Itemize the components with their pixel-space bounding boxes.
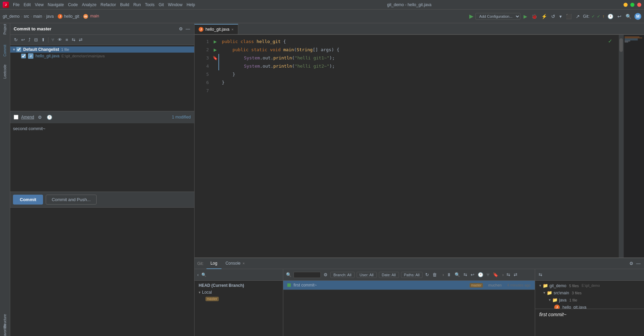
minimize-panel-icon[interactable]: — xyxy=(185,26,191,32)
commit-and-push-button[interactable]: Commit and Push... xyxy=(46,195,96,205)
tab-console[interactable]: Console × xyxy=(221,258,249,269)
commits-search-input[interactable] xyxy=(294,272,321,278)
tree-item-master[interactable]: master xyxy=(195,296,283,302)
commits-expand-icon[interactable]: ⇆ xyxy=(506,271,511,278)
activity-commit[interactable]: Commit xyxy=(0,46,10,55)
paths-filter-btn[interactable]: Paths: All xyxy=(401,272,423,278)
amend-history-icon[interactable]: 🕐 xyxy=(46,114,53,121)
commits-branch2-icon[interactable]: ⑂ xyxy=(486,271,490,278)
date-filter-btn[interactable]: Date: All xyxy=(379,272,399,278)
breadcrumb-hello-git[interactable]: J hello_git xyxy=(58,14,79,19)
gutter-bookmark-5[interactable]: 🔖 xyxy=(212,54,218,62)
submit-icon[interactable]: ⬆ xyxy=(40,37,46,43)
refresh-commits-icon[interactable]: ↻ xyxy=(425,271,430,278)
menu-refactor[interactable]: Refactor xyxy=(101,2,116,7)
activity-project[interactable]: Project xyxy=(0,25,10,34)
gf-hello-git-java[interactable]: J hello_git.java xyxy=(535,304,644,309)
menu-code[interactable]: Code xyxy=(68,2,78,7)
gf-src-main[interactable]: ▾ 📁 src\main 3 files xyxy=(535,289,644,296)
git-files-expand-icon[interactable]: ⇆ xyxy=(538,271,543,278)
amend-label[interactable]: Amend xyxy=(21,115,34,120)
panel-header-icons[interactable]: ⚙ — xyxy=(178,26,191,32)
commit-message-input[interactable]: second commit~ xyxy=(13,126,191,153)
run-config-icon[interactable]: ▶ xyxy=(469,13,473,19)
menu-view[interactable]: View xyxy=(35,2,44,7)
pause-icon[interactable]: ⏸ xyxy=(446,271,452,278)
menu-edit[interactable]: Edit xyxy=(24,2,31,7)
git-history-icon[interactable]: 🕐 xyxy=(606,13,614,20)
rollback-icon[interactable]: ↩ xyxy=(20,37,26,43)
eye-icon[interactable]: 👁 xyxy=(57,37,63,43)
commits-filter-settings-icon[interactable]: ⚙ xyxy=(323,271,328,278)
more-icon[interactable]: › xyxy=(442,272,444,277)
file-item[interactable]: J hello_git.java E:\git_demo\src\main\ja… xyxy=(10,53,194,59)
close-button[interactable] xyxy=(637,3,641,7)
refresh-icon[interactable]: ↻ xyxy=(13,37,19,43)
user-avatar[interactable]: M xyxy=(634,13,641,20)
activity-leetcode[interactable]: Leetcode xyxy=(0,67,10,76)
breadcrumb-git-demo[interactable]: git_demo xyxy=(3,14,19,19)
menu-tools[interactable]: Tools xyxy=(145,2,155,7)
menu-file[interactable]: File xyxy=(13,2,19,7)
user-filter-btn[interactable]: User: All xyxy=(357,272,377,278)
move-icon[interactable]: ⤴ xyxy=(27,37,32,43)
activity-favorites[interactable]: Favorites xyxy=(0,326,10,336)
branch-filter-btn[interactable]: Branch: All xyxy=(330,272,355,278)
tab-log[interactable]: Log xyxy=(206,258,221,269)
menu-git[interactable]: Git xyxy=(159,2,164,7)
menu-analyze[interactable]: Analyze xyxy=(82,2,97,7)
stop-icon[interactable]: ⬛ xyxy=(565,13,573,20)
git-tree-search-icon[interactable]: 🔍 xyxy=(201,272,206,277)
coverage-icon[interactable]: ⚡ xyxy=(540,13,548,20)
commits-compare-icon[interactable]: ⇆ xyxy=(463,271,468,278)
git-check1-icon[interactable]: ✓ xyxy=(591,14,595,19)
gutter-run-1[interactable]: ▶ xyxy=(212,38,218,46)
tab-close-icon[interactable]: × xyxy=(231,27,233,31)
breadcrumb-java[interactable]: java xyxy=(46,14,54,19)
search-icon[interactable]: 🔍 xyxy=(625,13,632,20)
dropdown-icon[interactable]: ▾ xyxy=(558,13,563,20)
file-checkbox[interactable] xyxy=(21,54,26,58)
menu-run[interactable]: Run xyxy=(133,2,141,7)
commits-search2-icon[interactable]: 🔍 xyxy=(454,271,461,278)
expand-icon[interactable]: ⇆ xyxy=(71,37,76,43)
filter-icon[interactable]: ≡ xyxy=(65,37,69,43)
play-icon[interactable]: ▶ xyxy=(523,13,528,20)
step-icon[interactable]: ↗ xyxy=(575,13,581,20)
menu-navigate[interactable]: Navigate xyxy=(48,2,64,7)
bp-minimize-icon[interactable]: — xyxy=(635,260,641,267)
menu-window[interactable]: Window xyxy=(168,2,183,7)
commits-more2-icon[interactable]: › xyxy=(502,272,504,277)
changelist-header[interactable]: ▾ Default Changelist 1 file xyxy=(10,46,194,53)
config-select[interactable]: Add Configuration... xyxy=(475,13,520,20)
diff-icon[interactable]: ⊟ xyxy=(33,37,39,43)
gutter-run-2[interactable]: ▶ xyxy=(212,46,218,54)
git-search-input[interactable] xyxy=(208,272,218,277)
scrollbar-thumb[interactable] xyxy=(619,38,623,52)
commits-tag-icon[interactable]: 🔖 xyxy=(492,271,499,278)
breadcrumb-main[interactable]: main xyxy=(33,14,42,19)
amend-checkbox[interactable] xyxy=(14,115,18,120)
branch-toolbar-icon[interactable]: ⑂ xyxy=(51,37,55,43)
changelist-checkbox[interactable] xyxy=(16,47,21,52)
amend-settings-icon[interactable]: ⚙ xyxy=(37,114,43,121)
collapse-icon[interactable]: ⇄ xyxy=(78,37,84,43)
breadcrumb-src[interactable]: src xyxy=(24,14,29,19)
menu-help[interactable]: Help xyxy=(187,2,195,7)
commits-undo-icon[interactable]: ↩ xyxy=(470,271,475,278)
commits-history-icon[interactable]: 🕐 xyxy=(477,271,484,278)
bp-settings-icon[interactable]: ⚙ xyxy=(629,260,634,267)
git-tree-back-icon[interactable]: ‹ xyxy=(197,272,199,277)
menu-build[interactable]: Build xyxy=(120,2,129,7)
settings-icon[interactable]: ⚙ xyxy=(178,26,184,32)
maximize-button[interactable] xyxy=(630,3,634,7)
commits-collapse-icon[interactable]: ⇄ xyxy=(513,271,518,278)
window-controls[interactable] xyxy=(624,3,641,7)
menu-bar[interactable]: File Edit View Navigate Code Analyze Ref… xyxy=(13,2,195,7)
gf-root[interactable]: ▾ 📁 git_demo 5 files E:\git_demo xyxy=(535,282,644,289)
commit-button[interactable]: Commit xyxy=(13,195,43,205)
profiler-icon[interactable]: ↺ xyxy=(550,13,556,20)
commits-search-icon[interactable]: 🔍 xyxy=(286,272,291,277)
minimize-button[interactable] xyxy=(624,3,628,7)
debug-icon[interactable]: 🐞 xyxy=(530,13,538,20)
